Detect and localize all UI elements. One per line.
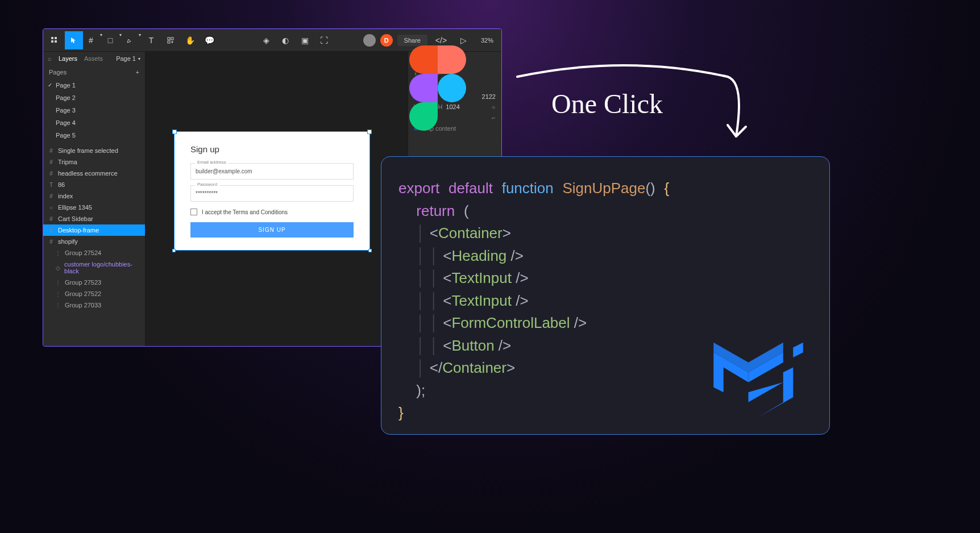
layer-item[interactable]: T86	[43, 179, 145, 190]
search-icon[interactable]: ⌕	[48, 55, 52, 62]
email-label: Email address	[195, 160, 229, 165]
layer-label: Ellipse 1345	[58, 204, 92, 211]
code-token: Button	[451, 337, 494, 354]
code-token: );	[416, 382, 425, 399]
comment-tool-icon[interactable]: 💬	[200, 31, 218, 49]
code-token: <	[443, 337, 451, 354]
mui-logo	[710, 338, 807, 417]
layer-type-icon: ○	[48, 204, 55, 211]
figma-logo	[409, 45, 466, 131]
selection-handle[interactable]	[172, 249, 176, 252]
layer-item[interactable]: ○Ellipse 1345	[43, 202, 145, 213]
layer-item[interactable]: #Desktop-frame	[43, 224, 145, 236]
pages-label: Pages	[49, 69, 67, 76]
tab-assets[interactable]: Assets	[84, 55, 103, 62]
code-token: />	[512, 269, 529, 286]
layer-type-icon: ⋮	[55, 302, 61, 309]
layers-panel: ⌕ Layers Assets Page 1 Pages + Page 1Pag…	[43, 52, 146, 346]
code-token: <	[443, 292, 451, 309]
boolean-icon[interactable]: ▣	[296, 31, 314, 49]
layer-type-icon: ⋮	[55, 279, 61, 286]
text-tool-icon[interactable]: T	[142, 31, 160, 49]
layer-item[interactable]: ⋮Group 27033	[43, 299, 145, 311]
move-tool-icon[interactable]	[65, 31, 83, 49]
page-selector[interactable]: Page 1	[116, 55, 140, 62]
figma-menu-icon[interactable]	[45, 31, 64, 49]
y-value[interactable]: 2122	[482, 93, 496, 100]
password-label: Password	[195, 182, 219, 187]
layer-item[interactable]: #Single frame selected	[43, 145, 145, 156]
code-token: TextInput	[451, 269, 512, 286]
layer-label: index	[58, 193, 73, 199]
layer-label: shopify	[58, 238, 78, 245]
layer-item[interactable]: ◇customer logo/chubbies-black	[43, 259, 145, 277]
code-token: >	[503, 224, 511, 241]
layer-item[interactable]: #Cart Sidebar	[43, 213, 145, 224]
constrain-icon[interactable]: ⟐	[492, 103, 496, 110]
page-item[interactable]: Page 2	[43, 91, 145, 104]
layer-type-icon: #	[48, 193, 55, 199]
tab-layers[interactable]: Layers	[59, 55, 77, 62]
selection-handle[interactable]	[368, 249, 372, 252]
add-page-icon[interactable]: +	[136, 69, 139, 76]
terms-checkbox[interactable]	[190, 209, 197, 215]
layer-type-icon: #	[48, 215, 55, 222]
page-item[interactable]: Page 3	[43, 104, 145, 116]
svg-rect-4	[168, 38, 170, 40]
code-token: function	[502, 180, 554, 197]
signup-frame[interactable]: Sign up Email address Password I accept …	[174, 131, 370, 251]
figma-logo-green	[409, 102, 438, 131]
code-token: />	[495, 337, 512, 354]
layer-item[interactable]: #index	[43, 190, 145, 202]
share-button[interactable]: Share	[397, 35, 427, 46]
svg-rect-0	[51, 37, 53, 39]
layer-item[interactable]: #headless ecommerce	[43, 168, 145, 179]
layer-item[interactable]: #shopify	[43, 236, 145, 247]
layer-label: Group 27523	[65, 279, 101, 286]
email-field[interactable]	[190, 163, 354, 180]
arrow-icon	[512, 60, 750, 156]
canvas[interactable]: Sign up Email address Password I accept …	[146, 52, 408, 346]
layer-item[interactable]: ⋮Group 27523	[43, 277, 145, 288]
crop-icon[interactable]: ⛶	[315, 31, 333, 49]
figma-logo-orange	[438, 45, 466, 74]
layer-item[interactable]: #Tripma	[43, 156, 145, 168]
figma-logo-blue	[438, 74, 466, 102]
signup-button[interactable]: SIGN UP	[190, 222, 354, 238]
code-token: FormControlLabel	[451, 314, 570, 331]
page-item[interactable]: Page 1	[43, 79, 145, 91]
password-field[interactable]	[190, 185, 354, 202]
panel-tabs: ⌕ Layers Assets Page 1	[43, 52, 145, 65]
avatar-user[interactable]	[363, 34, 376, 47]
code-token: Container	[442, 359, 506, 376]
radius-icon[interactable]: ⌐	[492, 114, 496, 121]
layer-type-icon: #	[48, 159, 55, 165]
pen-tool-icon[interactable]	[123, 31, 141, 49]
code-token: <	[443, 269, 451, 286]
figma-logo-red	[409, 45, 438, 74]
component-icon[interactable]: ◈	[257, 31, 275, 49]
terms-row: I accept the Terms and Conditions	[190, 209, 354, 215]
hand-tool-icon[interactable]: ✋	[181, 31, 199, 49]
layer-type-icon: #	[48, 238, 55, 245]
layer-type-icon: #	[48, 147, 55, 154]
code-token: ()	[645, 180, 655, 197]
layer-label: Single frame selected	[58, 147, 118, 154]
mask-icon[interactable]: ◐	[276, 31, 294, 49]
resources-icon[interactable]	[161, 31, 180, 49]
code-token: />	[570, 314, 587, 331]
code-token: export	[398, 180, 439, 197]
code-window: export default function SignUpPage() { r…	[381, 156, 830, 435]
zoom-level[interactable]: 32%	[477, 37, 497, 44]
layer-item[interactable]: ⋮Group 27522	[43, 288, 145, 299]
layer-label: Desktop-frame	[58, 227, 99, 234]
shape-tool-icon[interactable]: □	[103, 31, 122, 49]
avatar-d[interactable]: D	[380, 34, 393, 47]
layer-type-icon: #	[48, 227, 55, 234]
page-item[interactable]: Page 5	[43, 129, 145, 141]
layer-label: Cart Sidebar	[58, 215, 93, 222]
frame-tool-icon[interactable]: #	[84, 31, 102, 49]
layer-item[interactable]: ⋮Group 27524	[43, 247, 145, 259]
signup-title: Sign up	[190, 144, 354, 154]
page-item[interactable]: Page 4	[43, 116, 145, 129]
